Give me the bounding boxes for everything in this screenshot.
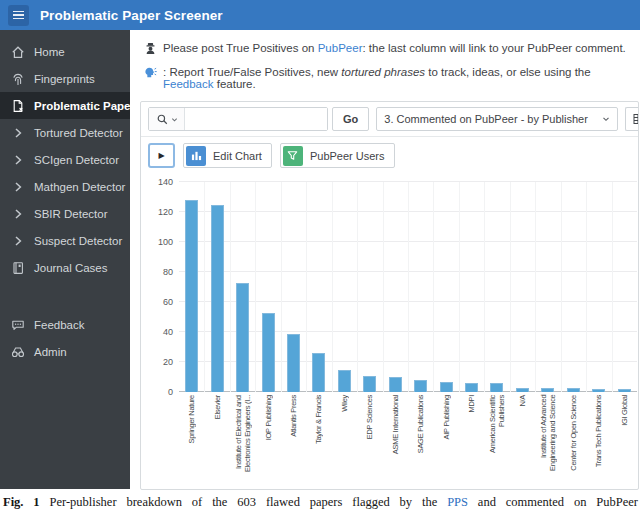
bar-13 bbox=[490, 383, 503, 392]
sidebar-item-home[interactable]: Home bbox=[0, 38, 130, 65]
bar-slot bbox=[586, 182, 611, 392]
sidebar-item-sbir-detector[interactable]: SBIR Detector bbox=[0, 200, 130, 227]
search-input[interactable] bbox=[185, 108, 327, 130]
y-tick-label: 0 bbox=[145, 387, 173, 397]
chevron-right-icon bbox=[11, 180, 25, 194]
sidebar-item-feedback[interactable]: Feedback bbox=[0, 311, 130, 338]
table-view-button[interactable] bbox=[625, 107, 638, 131]
notice-text: to track, ideas, or else using the bbox=[425, 66, 591, 78]
bar-slot bbox=[332, 182, 357, 392]
sidebar-item-label: Feedback bbox=[34, 319, 85, 331]
figure-caption-text: Per-publisher breakdown of the 603 flawe… bbox=[40, 495, 448, 509]
feedback-link[interactable]: Feedback bbox=[163, 78, 214, 90]
chevron-right-icon bbox=[11, 153, 25, 167]
x-tick-label: Institute of Electrical and Electronics … bbox=[234, 395, 252, 485]
saved-report-select[interactable]: 3. Commented on PubPeer - by Publisher bbox=[376, 107, 618, 131]
x-tick-label: American Scientific Publishers bbox=[488, 395, 506, 485]
x-tick: SAGE Publications bbox=[408, 395, 433, 485]
bar-slot bbox=[255, 182, 280, 392]
bar-chart: 020406080100120140 Springer NatureElsevi… bbox=[141, 174, 638, 489]
x-tick: Elsevier bbox=[204, 395, 229, 485]
x-axis-labels: Springer NatureElsevierInstitute of Elec… bbox=[179, 395, 637, 485]
go-button[interactable]: Go bbox=[332, 107, 369, 131]
edit-chart-button[interactable]: Edit Chart bbox=[183, 143, 272, 168]
sidebar-item-admin[interactable]: Admin bbox=[0, 338, 130, 365]
filter-funnel-icon bbox=[283, 146, 303, 166]
bar-slot bbox=[611, 182, 636, 392]
x-tick-label: IGI Global bbox=[620, 395, 629, 426]
top-bar: Problematic Paper Screener bbox=[0, 0, 640, 30]
x-tick-label: Atlantis Press bbox=[289, 395, 298, 437]
home-icon bbox=[11, 45, 25, 59]
page: Problematic Paper Screener HomeFingerpri… bbox=[0, 0, 640, 509]
sidebar-item-problematic-papers[interactable]: Problematic Papers bbox=[0, 92, 130, 119]
notice-feedback: : Report True/False Positives, new tortu… bbox=[144, 66, 640, 90]
bar-6 bbox=[312, 353, 325, 392]
menu-icon[interactable] bbox=[8, 5, 29, 26]
app-title: Problematic Paper Screener bbox=[40, 8, 223, 23]
y-tick-label: 20 bbox=[145, 357, 173, 367]
play-button[interactable]: ▶ bbox=[148, 143, 175, 168]
sidebar-item-scigen-detector[interactable]: SCIgen Detector bbox=[0, 146, 130, 173]
search-toolbar: Go 3. Commented on PubPeer - by Publishe… bbox=[141, 102, 638, 137]
sidebar-item-label: SCIgen Detector bbox=[34, 154, 119, 166]
pps-link[interactable]: PPS bbox=[447, 495, 468, 509]
bar-slot bbox=[408, 182, 433, 392]
bar-slot bbox=[230, 182, 255, 392]
bar-slot bbox=[484, 182, 509, 392]
x-tick: IOP Publishing bbox=[255, 395, 280, 485]
search-icon bbox=[156, 113, 169, 126]
x-tick-label: Springer Nature bbox=[187, 395, 196, 443]
bar-slot bbox=[179, 182, 204, 392]
sidebar-item-label: Suspect Detector bbox=[34, 235, 122, 247]
plot-area: 020406080100120140 bbox=[179, 182, 637, 392]
view-toggle bbox=[625, 107, 638, 131]
sidebar-item-journal-cases[interactable]: Journal Cases bbox=[0, 254, 130, 281]
y-tick-label: 60 bbox=[145, 297, 173, 307]
pubpeer-link[interactable]: PubPeer bbox=[318, 42, 363, 54]
x-tick-label: N/A bbox=[518, 395, 527, 407]
bar-9 bbox=[389, 377, 402, 392]
bar-2 bbox=[211, 205, 224, 393]
bar-3 bbox=[236, 283, 249, 393]
x-tick: AIP Publishing bbox=[433, 395, 458, 485]
figure-caption-number: Fig. 1 bbox=[3, 495, 40, 509]
notice-text: : the last column will link to your PubP… bbox=[362, 42, 625, 54]
sidebar-item-label: Admin bbox=[34, 346, 67, 358]
x-tick: Institute of Advanced Engineering and Sc… bbox=[535, 395, 560, 485]
fingerprint-icon bbox=[11, 72, 25, 86]
x-tick: Center for Open Science bbox=[561, 395, 586, 485]
feedback-icon bbox=[11, 318, 25, 332]
x-tick-label: Taylor & Francis bbox=[314, 395, 323, 444]
x-tick-label: AIP Publishing bbox=[442, 395, 451, 439]
sidebar-spacer bbox=[0, 281, 130, 311]
sidebar-item-tortured-detector[interactable]: Tortured Detector bbox=[0, 119, 130, 146]
notice-text: : Report True/False Positives, new bbox=[163, 66, 341, 78]
sidebar-item-mathgen-detector[interactable]: Mathgen Detector bbox=[0, 173, 130, 200]
sidebar-item-suspect-detector[interactable]: Suspect Detector bbox=[0, 227, 130, 254]
pubpeer-users-button[interactable]: PubPeer Users bbox=[280, 143, 395, 168]
bar-7 bbox=[338, 370, 351, 393]
figure-caption: Fig. 1 Per-publisher breakdown of the 60… bbox=[0, 489, 640, 509]
notice-feedback-text: : Report True/False Positives, new tortu… bbox=[163, 66, 640, 90]
notice-text: Please post True Positives on bbox=[163, 42, 318, 54]
notice-pubpeer: Please post True Positives on PubPeer: t… bbox=[144, 42, 640, 55]
x-tick-label: Trans Tech Publications bbox=[594, 395, 603, 467]
chevron-right-icon bbox=[11, 207, 25, 221]
speaking-head-icon bbox=[144, 66, 157, 79]
main-content: Please post True Positives on PubPeer: t… bbox=[130, 30, 640, 489]
search-options-button[interactable] bbox=[149, 108, 185, 130]
x-tick-label: EDP Sciences bbox=[365, 395, 374, 439]
x-tick-label: MDPI bbox=[467, 395, 476, 413]
paper-x-icon bbox=[11, 99, 25, 113]
x-tick: Trans Tech Publications bbox=[586, 395, 611, 485]
bar-slot bbox=[510, 182, 535, 392]
y-tick-label: 140 bbox=[145, 177, 173, 187]
x-tick: IGI Global bbox=[611, 395, 636, 485]
admin-icon bbox=[11, 345, 25, 359]
bar-slot bbox=[561, 182, 586, 392]
sidebar-item-label: Fingerprints bbox=[34, 73, 95, 85]
sidebar-item-fingerprints[interactable]: Fingerprints bbox=[0, 65, 130, 92]
bar-slot bbox=[357, 182, 382, 392]
x-tick-label: IOP Publishing bbox=[264, 395, 273, 440]
